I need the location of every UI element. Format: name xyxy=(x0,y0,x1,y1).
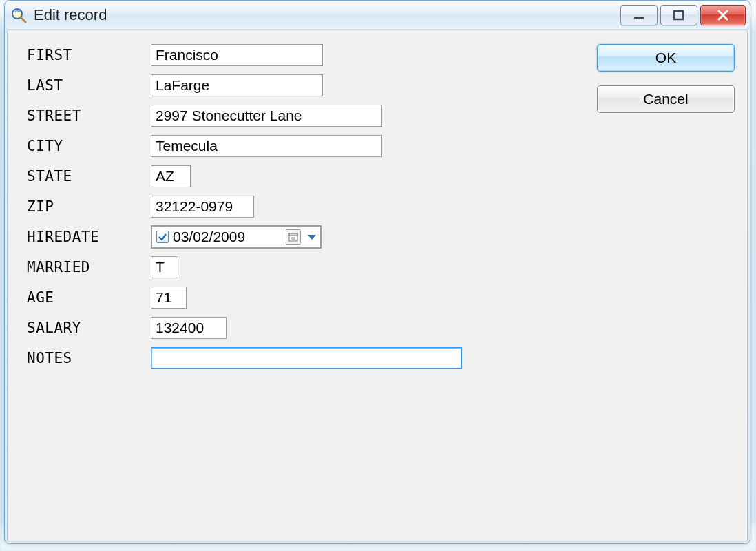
row-last: LAST xyxy=(27,73,583,98)
titlebar[interactable]: DBF Edit record xyxy=(5,1,750,30)
row-married: MARRIED xyxy=(27,255,583,280)
calendar-icon[interactable] xyxy=(286,229,301,245)
street-input[interactable] xyxy=(151,105,382,127)
app-icon: DBF xyxy=(10,7,27,23)
salary-input[interactable] xyxy=(151,317,227,339)
married-input[interactable] xyxy=(151,256,178,278)
zip-input[interactable] xyxy=(151,196,254,218)
label-zip: ZIP xyxy=(27,198,151,215)
window-controls xyxy=(618,5,746,25)
button-area: OK Cancel xyxy=(583,43,735,528)
label-notes: NOTES xyxy=(27,350,151,366)
label-married: MARRIED xyxy=(27,259,151,276)
label-state: STATE xyxy=(27,168,151,185)
maximize-button[interactable] xyxy=(660,5,697,25)
city-input[interactable] xyxy=(151,135,382,157)
last-input[interactable] xyxy=(151,74,323,96)
hiredate-checkbox[interactable] xyxy=(156,231,169,243)
row-zip: ZIP xyxy=(27,194,583,219)
row-age: AGE xyxy=(27,285,583,310)
hiredate-value: 03/02/2009 xyxy=(173,229,282,245)
label-salary: SALARY xyxy=(27,320,151,336)
window-title: Edit record xyxy=(34,6,618,24)
row-hiredate: HIREDATE 03/02/2009 xyxy=(27,225,583,249)
row-street: STREET xyxy=(27,103,583,128)
svg-text:DBF: DBF xyxy=(14,9,21,13)
first-input[interactable] xyxy=(151,44,323,66)
label-first: FIRST xyxy=(27,47,151,63)
label-hiredate: HIREDATE xyxy=(27,229,151,245)
notes-input[interactable] xyxy=(151,347,462,369)
label-last: LAST xyxy=(27,77,151,94)
svg-rect-8 xyxy=(289,233,297,236)
ok-button[interactable]: OK xyxy=(597,44,735,72)
close-button[interactable] xyxy=(700,5,746,25)
svg-line-2 xyxy=(21,17,25,22)
label-city: CITY xyxy=(27,138,151,154)
chevron-down-icon[interactable] xyxy=(308,235,316,240)
form-area: FIRST LAST STREET CITY STATE ZIP xyxy=(27,43,583,528)
state-input[interactable] xyxy=(151,165,191,187)
age-input[interactable] xyxy=(151,287,187,309)
svg-rect-3 xyxy=(634,17,644,19)
row-first: FIRST xyxy=(27,43,583,67)
cancel-button[interactable]: Cancel xyxy=(597,85,735,113)
row-state: STATE xyxy=(27,164,583,189)
row-city: CITY xyxy=(27,134,583,158)
row-salary: SALARY xyxy=(27,315,583,340)
row-notes: NOTES xyxy=(27,346,583,371)
svg-rect-4 xyxy=(674,11,683,19)
label-age: AGE xyxy=(27,289,151,306)
minimize-button[interactable] xyxy=(620,5,658,25)
dialog-window: DBF Edit record FIRST xyxy=(4,0,750,544)
hiredate-datepicker[interactable]: 03/02/2009 xyxy=(151,225,322,249)
label-street: STREET xyxy=(27,107,151,124)
client-area: FIRST LAST STREET CITY STATE ZIP xyxy=(7,30,748,541)
